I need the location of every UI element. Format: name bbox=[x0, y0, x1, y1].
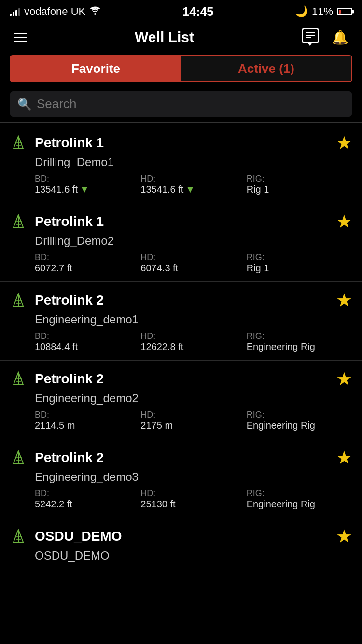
hd-stat: HD: 13541.6 ft▼ bbox=[140, 174, 246, 195]
battery-icon bbox=[337, 8, 352, 15]
well-company: Petrolink 2 bbox=[35, 450, 104, 465]
rig-stat: RIG: Engineering Rig bbox=[247, 489, 352, 510]
rig-icon bbox=[10, 529, 27, 544]
hd-value: 13541.6 ft▼ bbox=[140, 184, 246, 195]
bd-stat: BD: 5242.2 ft bbox=[35, 489, 140, 510]
well-name: Engineering_demo1 bbox=[35, 313, 352, 326]
tab-bar: Favorite Active (1) bbox=[10, 55, 352, 82]
hd-stat: HD: 6074.3 ft bbox=[140, 252, 246, 274]
rig-icon bbox=[10, 214, 27, 229]
hd-arrow-icon: ▼ bbox=[185, 184, 195, 195]
bd-stat: BD: 6072.7 ft bbox=[35, 252, 140, 274]
rig-value: Engineering Rig bbox=[247, 499, 352, 510]
tab-favorite[interactable]: Favorite bbox=[11, 56, 181, 81]
well-company: OSDU_DEMO bbox=[35, 529, 122, 544]
well-item[interactable]: Petrolink 2 ★ Engineering_demo1 BD: 1088… bbox=[0, 282, 362, 361]
tab-active[interactable]: Active (1) bbox=[181, 56, 351, 81]
status-right: 🌙 11% bbox=[295, 5, 352, 18]
search-bar: 🔍 bbox=[10, 91, 352, 117]
well-name-row: OSDU_DEMO bbox=[10, 529, 122, 544]
well-item[interactable]: Petrolink 1 ★ Drilling_Demo1 BD: 13541.6… bbox=[0, 125, 362, 203]
well-stats: BD: 13541.6 ft▼ HD: 13541.6 ft▼ RIG: Rig… bbox=[35, 174, 352, 195]
bd-label: BD: bbox=[35, 410, 140, 420]
bd-stat: BD: 13541.6 ft▼ bbox=[35, 174, 140, 195]
well-name: OSDU_DEMO bbox=[35, 549, 352, 562]
bell-icon: 🔔 bbox=[332, 30, 348, 45]
menu-button[interactable] bbox=[12, 31, 29, 44]
bd-label: BD: bbox=[35, 252, 140, 263]
well-company: Petrolink 2 bbox=[35, 293, 104, 308]
well-stats: BD: 5242.2 ft HD: 25130 ft RIG: Engineer… bbox=[35, 489, 352, 510]
rig-icon bbox=[10, 371, 27, 387]
derrick-icon bbox=[11, 214, 26, 229]
notifications-button[interactable]: 🔔 bbox=[330, 28, 350, 47]
hd-value: 25130 ft bbox=[140, 499, 246, 510]
rig-label: RIG: bbox=[247, 331, 352, 341]
favorite-star-button[interactable]: ★ bbox=[336, 447, 352, 468]
hd-value: 12622.8 ft bbox=[140, 341, 246, 352]
well-stats: BD: 10884.4 ft HD: 12622.8 ft RIG: Engin… bbox=[35, 331, 352, 352]
rig-label: RIG: bbox=[247, 252, 352, 263]
hd-label: HD: bbox=[140, 489, 246, 499]
well-top-row: Petrolink 1 ★ bbox=[10, 132, 352, 154]
well-item[interactable]: OSDU_DEMO ★ OSDU_DEMO bbox=[0, 518, 362, 575]
well-name-row: Petrolink 2 bbox=[10, 450, 104, 465]
well-item[interactable]: Petrolink 1 ★ Drilling_Demo2 BD: 6072.7 … bbox=[0, 203, 362, 282]
rig-stat: RIG: Engineering Rig bbox=[247, 410, 352, 431]
hd-value: 6074.3 ft bbox=[140, 263, 246, 274]
favorite-star-button[interactable]: ★ bbox=[336, 211, 352, 232]
status-left: vodafone UK bbox=[10, 5, 101, 18]
header: Well List 🔔 bbox=[0, 21, 362, 55]
hd-stat: HD: 12622.8 ft bbox=[140, 331, 246, 352]
hd-stat: HD: 25130 ft bbox=[140, 489, 246, 510]
rig-stat: RIG: Rig 1 bbox=[247, 252, 352, 274]
bd-value: 13541.6 ft▼ bbox=[35, 184, 140, 195]
signal-icon bbox=[10, 7, 20, 16]
hd-label: HD: bbox=[140, 174, 246, 184]
derrick-icon bbox=[11, 529, 26, 544]
well-company: Petrolink 1 bbox=[35, 214, 104, 229]
favorite-star-button[interactable]: ★ bbox=[336, 132, 352, 154]
battery-percentage: 11% bbox=[312, 5, 333, 18]
well-stats: BD: 2114.5 m HD: 2175 m RIG: Engineering… bbox=[35, 410, 352, 431]
hd-label: HD: bbox=[140, 331, 246, 341]
search-input[interactable] bbox=[37, 97, 345, 112]
favorite-star-button[interactable]: ★ bbox=[336, 290, 352, 311]
well-name: Drilling_Demo1 bbox=[35, 155, 352, 169]
moon-icon: 🌙 bbox=[295, 5, 308, 18]
rig-icon bbox=[10, 450, 27, 465]
well-stats: BD: 6072.7 ft HD: 6074.3 ft RIG: Rig 1 bbox=[35, 252, 352, 274]
well-item[interactable]: Petrolink 2 ★ Engineering_demo3 BD: 5242… bbox=[0, 439, 362, 518]
bd-value: 5242.2 ft bbox=[35, 499, 140, 510]
rig-value: Engineering Rig bbox=[247, 341, 352, 352]
well-name-row: Petrolink 2 bbox=[10, 371, 104, 387]
well-name: Engineering_demo2 bbox=[35, 392, 352, 405]
favorite-star-button[interactable]: ★ bbox=[336, 526, 352, 547]
well-top-row: Petrolink 2 ★ bbox=[10, 447, 352, 468]
rig-label: RIG: bbox=[247, 410, 352, 420]
bd-label: BD: bbox=[35, 489, 140, 499]
well-top-row: Petrolink 1 ★ bbox=[10, 211, 352, 232]
hd-label: HD: bbox=[140, 252, 246, 263]
chat-button[interactable] bbox=[300, 26, 321, 48]
status-bar: vodafone UK 14:45 🌙 11% bbox=[0, 0, 362, 21]
well-name-row: Petrolink 2 bbox=[10, 293, 104, 308]
derrick-icon bbox=[11, 371, 26, 387]
favorite-star-button[interactable]: ★ bbox=[336, 368, 352, 390]
well-company: Petrolink 1 bbox=[35, 135, 104, 151]
bd-value: 2114.5 m bbox=[35, 420, 140, 431]
rig-stat: RIG: Rig 1 bbox=[247, 174, 352, 195]
wifi-icon bbox=[89, 5, 101, 18]
rig-stat: RIG: Engineering Rig bbox=[247, 331, 352, 352]
bd-stat: BD: 10884.4 ft bbox=[35, 331, 140, 352]
bd-label: BD: bbox=[35, 174, 140, 184]
hd-label: HD: bbox=[140, 410, 246, 420]
hd-stat: HD: 2175 m bbox=[140, 410, 246, 431]
rig-value: Rig 1 bbox=[247, 263, 352, 274]
well-top-row: Petrolink 2 ★ bbox=[10, 290, 352, 311]
well-item[interactable]: Petrolink 2 ★ Engineering_demo2 BD: 2114… bbox=[0, 361, 362, 439]
rig-icon bbox=[10, 135, 27, 151]
bd-value: 6072.7 ft bbox=[35, 263, 140, 274]
rig-value: Rig 1 bbox=[247, 184, 352, 195]
derrick-icon bbox=[11, 135, 26, 151]
